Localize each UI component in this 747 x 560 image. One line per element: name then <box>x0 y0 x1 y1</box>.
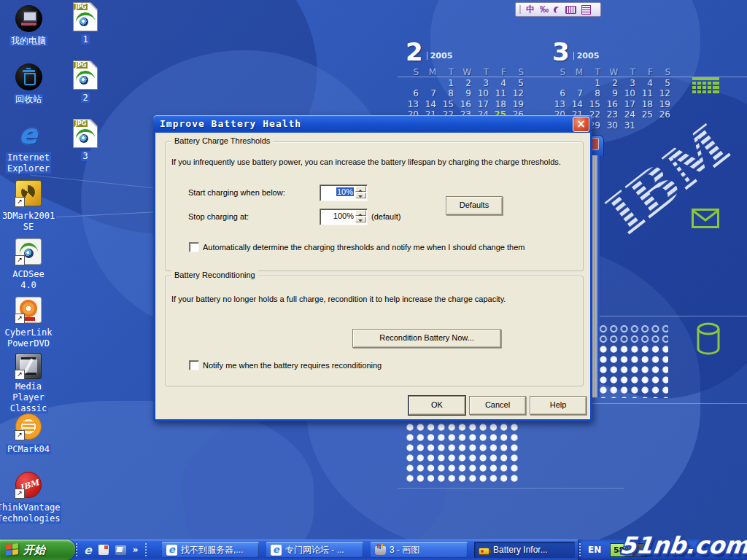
auto-determine-checkbox-label[interactable]: Automatically determine the charging thr… <box>203 243 525 252</box>
ime-chinese-icon[interactable]: 中 <box>526 4 535 15</box>
battery-meter[interactable]: 58% <box>610 543 647 557</box>
desktop-icon-label: 3DMark2001 SE <box>1 211 56 233</box>
spin-up-icon[interactable] <box>355 210 366 216</box>
calendar-day: 17 <box>622 99 640 110</box>
calendar-dow: F <box>493 67 511 78</box>
taskbar: 开始 e » e 找不到服务器,... e 专门网论坛 - ... 3 - 画图… <box>0 540 747 560</box>
ime-width-icon[interactable]: ‰ <box>540 4 549 15</box>
keyboard-icon[interactable] <box>565 6 576 14</box>
desktop-icon-label: ThinkVantage Technologies <box>0 502 61 524</box>
calendar-day: 16 <box>605 99 622 110</box>
calendar-day: 9 <box>605 88 622 99</box>
desktop-icon-label: 我的电脑 <box>9 36 47 47</box>
stop-charging-spinbox[interactable]: 100% <box>320 209 368 225</box>
calendar-day: 7 <box>423 88 441 99</box>
quick-launch-more-chevron[interactable]: » <box>133 545 139 555</box>
help-button[interactable]: Help <box>530 396 587 415</box>
cancel-button[interactable]: Cancel <box>469 396 526 415</box>
dialog-titlebar[interactable]: Improve Battery Health × <box>153 115 592 133</box>
start-charging-spinbox[interactable]: 10% <box>320 184 368 201</box>
close-button[interactable]: × <box>573 117 589 132</box>
calendar-day <box>406 78 423 89</box>
desktop-icon-label: Internet Explorer <box>1 152 55 174</box>
calendar-day: 19 <box>657 99 675 110</box>
language-indicator[interactable]: EN <box>588 545 601 555</box>
recondition-battery-now-button[interactable]: Recondition Battery Now... <box>352 329 501 348</box>
taskbar-task-paint[interactable]: 3 - 画图 <box>371 542 468 558</box>
notify-reconditioning-checkbox[interactable] <box>189 360 199 370</box>
mail-app-icon[interactable] <box>98 545 109 555</box>
taskbar-task-battery-information[interactable]: Battery Infor... <box>474 542 575 558</box>
spin-up-icon[interactable] <box>355 186 366 192</box>
calendar-year: 2005 <box>427 52 453 60</box>
language-bar[interactable]: 中 ‰ <box>515 2 601 17</box>
desktop-icon-internet-explorer[interactable]: eInternet Explorer <box>1 120 55 178</box>
desktop-icon-jpg-file[interactable]: JPG3 <box>58 118 112 176</box>
calendar-day: 2 <box>458 78 476 89</box>
defaults-button[interactable]: Defaults <box>446 196 503 215</box>
dialog-title: Improve Battery Health <box>160 118 301 129</box>
calendar-day: 6 <box>406 88 423 99</box>
calendar-day: 15 <box>441 99 458 110</box>
jpg-file-icon: JPG <box>73 1 98 32</box>
desktop-icon-column-1: 我的电脑回收站eInternet Explorer↗3DMark2001 SE↗… <box>1 3 55 528</box>
spin-down-icon[interactable] <box>355 192 366 198</box>
taskbar-task-forum[interactable]: e 专门网论坛 - ... <box>266 542 363 558</box>
calendar-day: 19 <box>511 99 528 110</box>
calendar-day: 11 <box>640 88 657 99</box>
calendar-day: 14 <box>570 99 587 110</box>
calendar-day: 17 <box>476 99 493 110</box>
desktop-icon-thinkvantage[interactable]: IBM↗ThinkVantage Technologies <box>1 470 55 528</box>
calendar-day: 23 <box>605 109 622 120</box>
battery-charge-thresholds-group: Battery Charge Thresholds If you infrequ… <box>165 141 584 271</box>
desktop-icon-jpg-file[interactable]: JPG2 <box>58 60 112 118</box>
start-button-label: 开始 <box>23 543 45 557</box>
desktop-icon-jpg-file[interactable]: JPG1 <box>58 1 112 60</box>
calendar-dow: S <box>511 67 528 78</box>
desktop-icon-my-computer[interactable]: 我的电脑 <box>1 3 55 61</box>
auto-determine-checkbox[interactable] <box>189 242 199 252</box>
calendar-day <box>657 120 675 131</box>
desktop-icon-acdsee[interactable]: ↗ACDSee 4.0 <box>1 236 55 295</box>
desktop-icon-pcmark04[interactable]: ↗PCMark04 <box>1 411 55 470</box>
ime-menu-icon[interactable] <box>581 5 591 15</box>
desktop-icon-powerdvd[interactable]: ↗CyberLink PowerDVD <box>1 295 55 353</box>
ime-punctuation-icon[interactable] <box>553 5 562 14</box>
my-computer-icon <box>15 3 42 34</box>
reconditioning-description: If your battery no longer holds a full c… <box>171 295 506 303</box>
taskbar-task-server-not-found[interactable]: e 找不到服务器,... <box>162 542 259 558</box>
dialog-body: Battery Charge Thresholds If you infrequ… <box>155 133 590 419</box>
windows-flag-icon <box>6 543 19 556</box>
calendar-day: 5 <box>657 78 675 89</box>
calendar-month-number: 3 <box>552 39 570 64</box>
group-title: Battery Reconditioning <box>171 271 258 279</box>
calendar-day: 18 <box>493 99 511 110</box>
calendar-day: 8 <box>441 88 458 99</box>
desktop-icon-label: 1 <box>81 34 89 45</box>
calendar-day: 16 <box>458 99 476 110</box>
calendar-day: 25 <box>640 109 657 120</box>
stop-charging-value[interactable]: 100% <box>333 211 354 220</box>
taskband-grip[interactable] <box>145 543 147 556</box>
desktop-icon-3dmark2001[interactable]: ↗3DMark2001 SE <box>1 178 55 236</box>
calendar-dow: F <box>640 67 657 78</box>
language-bar-grip[interactable] <box>519 5 521 14</box>
internet-explorer-icon[interactable]: e <box>84 543 92 557</box>
desktop-icon-label: 2 <box>81 93 89 104</box>
notify-reconditioning-checkbox-label[interactable]: Notify me when the battery requires reco… <box>203 361 382 370</box>
calendar-day: 31 <box>622 120 640 131</box>
tray-grip[interactable] <box>579 543 581 556</box>
start-button[interactable]: 开始 <box>0 540 75 560</box>
show-desktop-icon[interactable] <box>115 545 126 555</box>
desktop-icon-media-player-classic[interactable]: ↗Media Player Classic <box>1 353 55 411</box>
envelope-icon <box>692 209 719 228</box>
desktop: IBM 2 2005 SMTWTFS1234567891011121314151… <box>0 0 747 560</box>
calendar-dow: M <box>423 67 441 78</box>
desktop-icon-recycle-bin[interactable]: 回收站 <box>1 61 55 120</box>
spin-down-icon[interactable] <box>355 217 366 222</box>
calendar-day: 12 <box>511 88 528 99</box>
ok-button[interactable]: OK <box>409 396 465 415</box>
system-tray: EN 58% <box>578 540 747 560</box>
quick-launch-grip[interactable] <box>76 543 77 556</box>
start-charging-value[interactable]: 10% <box>336 187 354 196</box>
